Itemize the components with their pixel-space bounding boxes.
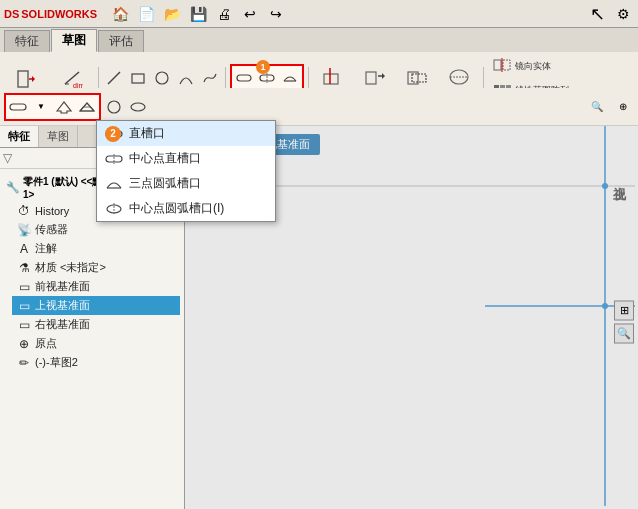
svg-marker-19 — [382, 73, 385, 79]
ellipse-sm-btn[interactable] — [127, 96, 149, 118]
tree-item-front-plane[interactable]: ▭ 前视基准面 — [12, 277, 180, 296]
offset-entity-icon — [406, 68, 428, 88]
history-icon: ⏱ — [16, 204, 32, 218]
slot-row2-button2[interactable] — [53, 96, 75, 118]
search-btn[interactable]: 🔍 — [586, 96, 608, 118]
svg-rect-24 — [494, 60, 501, 70]
sketch2-icon: ✏ — [16, 356, 32, 370]
origin-icon: ⊕ — [16, 337, 32, 351]
svg-point-50 — [602, 183, 608, 189]
svg-rect-15 — [324, 74, 338, 84]
cursor-icon[interactable]: ↖ — [586, 3, 608, 25]
spline-tool-button[interactable] — [199, 67, 221, 89]
mirror-icon — [493, 57, 511, 75]
slot-dropdown-menu: 直槽口 2 中心点直槽口 三点圆弧槽口 中心点圆弧槽口(I) — [96, 120, 276, 222]
home-icon[interactable]: 🏠 — [109, 3, 131, 25]
redo-icon[interactable]: ↪ — [265, 3, 287, 25]
ribbon-tabs: 特征 草图 评估 — [0, 28, 638, 52]
tree-item-origin[interactable]: ⊕ 原点 — [12, 334, 180, 353]
ds-text: DS — [4, 8, 19, 20]
zoom-in-btn[interactable]: 🔍 — [614, 323, 634, 343]
badge-1: 1 — [256, 60, 270, 74]
filter-icon: ▽ — [3, 151, 12, 165]
slot-type3-button[interactable] — [279, 67, 301, 89]
svg-rect-17 — [366, 72, 376, 84]
open-icon[interactable]: 📂 — [161, 3, 183, 25]
svg-rect-25 — [503, 60, 510, 70]
arc-slot-icon — [105, 177, 123, 191]
right-tools: 🔍 ⊕ — [586, 96, 634, 118]
slot-row2-container: ▼ — [4, 93, 101, 121]
exit-sketch-icon — [15, 68, 37, 90]
history-label: History — [35, 205, 69, 217]
annotation-label: 注解 — [35, 241, 57, 256]
dropdown-item-1-label: 中心点直槽口 — [129, 150, 201, 167]
tree-item-right-plane[interactable]: ▭ 右视基准面 — [12, 315, 180, 334]
svg-marker-2 — [32, 76, 35, 82]
slot-row2-dropdown[interactable]: ▼ — [30, 96, 52, 118]
top-plane-label: 上视基准面 — [35, 298, 90, 313]
dropdown-item-0[interactable]: 直槽口 2 — [97, 121, 275, 146]
rectangle-tool-button[interactable] — [127, 67, 149, 89]
dropdown-item-2[interactable]: 三点圆弧槽口 — [97, 171, 275, 196]
center-arc-slot-icon — [105, 202, 123, 216]
center-slot-icon — [105, 152, 123, 166]
material-label: 材质 <未指定> — [35, 260, 106, 275]
front-plane-icon: ▭ — [16, 280, 32, 294]
new-icon[interactable]: 📄 — [135, 3, 157, 25]
svg-point-8 — [156, 72, 168, 84]
svg-rect-0 — [18, 71, 28, 87]
sensor-icon: 📡 — [16, 223, 32, 237]
tree-item-material[interactable]: ⚗ 材质 <未指定> — [12, 258, 180, 277]
right-plane-icon: ▭ — [16, 318, 32, 332]
circle-sm-btn[interactable] — [103, 96, 125, 118]
print-icon[interactable]: 🖨 — [213, 3, 235, 25]
badge-2: 2 — [105, 126, 121, 142]
material-icon: ⚗ — [16, 261, 32, 275]
zoom-btn[interactable]: ⊕ — [612, 96, 634, 118]
cut-body-icon — [322, 68, 344, 88]
slot-row2-highlighted: ▼ — [4, 93, 101, 121]
tree-item-sketch2[interactable]: ✏ (-)-草图2 — [12, 353, 180, 372]
convert-entity-icon — [364, 68, 386, 88]
tab-feature[interactable]: 特征 — [4, 30, 50, 52]
save-icon[interactable]: 💾 — [187, 3, 209, 25]
app-logo: DS SOLIDWORKS — [4, 8, 97, 20]
svg-point-40 — [131, 103, 145, 111]
right-plane-label: 右视基准面 — [35, 317, 90, 332]
tab-evaluate[interactable]: 评估 — [98, 30, 144, 52]
dropdown-item-3[interactable]: 中心点圆弧槽口(I) — [97, 196, 275, 221]
dropdown-item-0-label: 直槽口 — [129, 125, 165, 142]
dropdown-item-2-label: 三点圆弧槽口 — [129, 175, 201, 192]
ftab-feature[interactable]: 特征 — [0, 126, 39, 147]
right-mini-bar: ⊞ 🔍 — [614, 300, 634, 343]
svg-point-51 — [602, 303, 608, 309]
tab-sketch[interactable]: 草图 — [51, 29, 97, 52]
undo-icon[interactable]: ↩ — [239, 3, 261, 25]
svg-line-6 — [108, 72, 120, 84]
circle-tool-button[interactable] — [151, 67, 173, 89]
sensor-label: 传感器 — [35, 222, 68, 237]
ftab-sketch[interactable]: 草图 — [39, 126, 78, 147]
svg-rect-9 — [237, 75, 251, 81]
slot-row2-button3[interactable] — [76, 96, 98, 118]
arc-tool-button[interactable] — [175, 67, 197, 89]
tree-item-annotation[interactable]: A 注解 — [12, 239, 180, 258]
tree-item-sensor[interactable]: 📡 传感器 — [12, 220, 180, 239]
zoom-to-fit-btn[interactable]: ⊞ — [614, 300, 634, 320]
mirror-label: 镜向实体 — [515, 60, 551, 73]
settings-icon[interactable]: ⚙ — [612, 3, 634, 25]
annotation-icon: A — [16, 242, 32, 256]
svg-rect-21 — [412, 74, 426, 82]
tree-item-top-plane[interactable]: ▭ 上视基准面 — [12, 296, 180, 315]
front-plane-label: 前视基准面 — [35, 279, 90, 294]
line-tool-button[interactable] — [103, 67, 125, 89]
part-icon: 🔧 — [6, 181, 20, 194]
surface-tool-icon — [448, 68, 470, 88]
slot-type1-button[interactable] — [233, 67, 255, 89]
dropdown-item-1[interactable]: 中心点直槽口 — [97, 146, 275, 171]
sketch2-label: (-)-草图2 — [35, 355, 78, 370]
origin-label: 原点 — [35, 336, 57, 351]
slot-row2-button1[interactable] — [7, 96, 29, 118]
mirror-button[interactable]: 镜向实体 — [492, 55, 582, 77]
